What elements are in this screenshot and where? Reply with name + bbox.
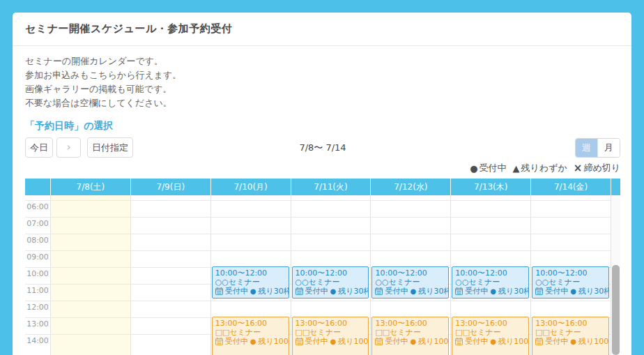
day-column-sat[interactable] <box>51 195 131 355</box>
calendar-toolbar: 今日 › 日付指定 7/8〜 7/14 週 月 <box>25 137 620 158</box>
event-status-line: 受付中 ● 残り100名 <box>296 337 367 346</box>
event-morning-seminar[interactable]: 10:00〜12:00 ○○セミナー 受付中 ● 残り30枠 <box>452 266 529 299</box>
event-afternoon-seminar[interactable]: 13:00〜16:00 □□セミナー 受付中 ● 残り100名 <box>371 317 449 355</box>
day-header-thu: 7/13(木) <box>451 179 531 195</box>
time-label: 09:00 <box>25 250 50 267</box>
status-dot-icon: ● <box>330 337 337 346</box>
header-scrollbar-gutter <box>611 179 620 195</box>
triangle-icon: ▲ <box>513 163 520 174</box>
event-time: 10:00〜12:00 <box>375 269 447 278</box>
time-label: 10:00 <box>25 267 50 284</box>
calendar-icon <box>215 287 223 295</box>
event-remaining: 残り100名 <box>258 337 289 346</box>
event-time: 13:00〜16:00 <box>215 319 287 328</box>
legend-closed-label: 締め切り <box>583 162 620 174</box>
date-range-label: 7/8〜 7/14 <box>25 142 620 154</box>
widget-title-bar: セミナー開催スケジュール・参加予約受付 <box>13 13 631 46</box>
event-title: □□セミナー <box>296 328 367 337</box>
event-time: 13:00〜16:00 <box>535 319 607 328</box>
event-remaining: 残り100名 <box>498 337 529 346</box>
legend-open: ● 受付中 <box>470 162 506 174</box>
event-status-line: 受付中 ● 残り30枠 <box>296 287 367 296</box>
booking-datetime-link[interactable]: 「予約日時」の選択 <box>25 120 620 133</box>
event-status: 受付中 <box>305 287 328 296</box>
event-status: 受付中 <box>465 287 488 296</box>
intro-line: セミナーの開催カレンダーです。 <box>25 54 620 68</box>
event-time: 13:00〜16:00 <box>375 319 447 328</box>
calendar-scrollbar-track[interactable] <box>611 195 620 355</box>
event-morning-seminar[interactable]: 10:00〜12:00 ○○セミナー 受付中 ● 残り30枠 <box>292 266 369 299</box>
calendar-icon <box>296 287 303 295</box>
calendar-body: 06:00 07:00 08:00 09:00 10:00 11:00 12:0… <box>25 195 620 355</box>
event-time: 13:00〜16:00 <box>296 319 367 328</box>
time-gutter: 06:00 07:00 08:00 09:00 10:00 11:00 12:0… <box>25 195 51 355</box>
day-column-mon[interactable]: 10:00〜12:00 ○○セミナー 受付中 ● 残り30枠 13:00〜16:… <box>211 195 291 355</box>
event-title: ○○セミナー <box>296 278 367 287</box>
page-background: セミナー開催スケジュール・参加予約受付 セミナーの開催カレンダーです。 参加お申… <box>0 0 644 355</box>
widget-content: セミナーの開催カレンダーです。 参加お申込みもこちらから行えます。 画像ギャラリ… <box>13 54 631 355</box>
day-header-fri: 7/14(金) <box>531 179 611 195</box>
intro-line: 参加お申込みもこちらから行えます。 <box>25 68 620 82</box>
time-label: 07:00 <box>25 217 50 234</box>
event-morning-seminar[interactable]: 10:00〜12:00 ○○セミナー 受付中 ● 残り30枠 <box>212 266 289 299</box>
intro-line: 画像ギャラリーの掲載も可能です。 <box>25 82 620 96</box>
event-title: ○○セミナー <box>455 278 527 287</box>
event-status-line: 受付中 ● 残り100名 <box>455 337 527 346</box>
legend-few-label: 残りわずか <box>521 162 567 174</box>
calendar-icon <box>535 287 543 295</box>
day-column-sun[interactable] <box>131 195 211 355</box>
status-dot-icon: ● <box>490 337 496 346</box>
event-remaining: 残り100名 <box>578 337 609 346</box>
calendar-icon <box>535 338 543 345</box>
time-label: 11:00 <box>25 284 50 301</box>
time-label: 14:00 <box>25 334 50 351</box>
calendar-icon <box>375 338 383 345</box>
calendar-scrollbar-thumb[interactable] <box>612 265 620 355</box>
intro-line: 不要な場合は空欄にしてください。 <box>25 96 620 110</box>
legend-closed: × 締め切り <box>574 162 620 174</box>
event-remaining: 残り30枠 <box>498 287 529 296</box>
event-time: 10:00〜12:00 <box>535 269 607 278</box>
event-remaining: 残り100名 <box>338 337 369 346</box>
event-remaining: 残り30枠 <box>418 287 449 296</box>
event-status: 受付中 <box>545 337 568 346</box>
calendar-icon <box>455 338 463 345</box>
event-status-line: 受付中 ● 残り100名 <box>375 337 447 346</box>
event-status: 受付中 <box>465 337 488 346</box>
status-dot-icon: ● <box>250 287 256 296</box>
calendar-icon <box>215 338 223 345</box>
day-column-tue[interactable]: 10:00〜12:00 ○○セミナー 受付中 ● 残り30枠 13:00〜16:… <box>291 195 371 355</box>
event-afternoon-seminar[interactable]: 13:00〜16:00 □□セミナー 受付中 ● 残り100名 <box>292 317 369 355</box>
event-afternoon-seminar[interactable]: 13:00〜16:00 □□セミナー 受付中 ● 残り100名 <box>452 317 529 355</box>
legend-few: ▲ 残りわずか <box>513 162 567 174</box>
day-header-sun: 7/9(日) <box>131 179 211 195</box>
event-status: 受付中 <box>385 337 408 346</box>
event-morning-seminar[interactable]: 10:00〜12:00 ○○セミナー 受付中 ● 残り30枠 <box>532 266 609 299</box>
day-column-fri[interactable]: 10:00〜12:00 ○○セミナー 受付中 ● 残り30枠 13:00〜16:… <box>531 195 611 355</box>
event-title: □□セミナー <box>535 328 607 337</box>
event-afternoon-seminar[interactable]: 13:00〜16:00 □□セミナー 受付中 ● 残り100名 <box>532 317 609 355</box>
event-time: 10:00〜12:00 <box>215 269 287 278</box>
day-header-mon: 7/10(月) <box>211 179 291 195</box>
event-title: □□セミナー <box>455 328 527 337</box>
day-column-thu[interactable]: 10:00〜12:00 ○○セミナー 受付中 ● 残り30枠 13:00〜16:… <box>451 195 531 355</box>
event-afternoon-seminar[interactable]: 13:00〜16:00 □□セミナー 受付中 ● 残り100名 <box>212 317 289 355</box>
event-status-line: 受付中 ● 残り100名 <box>215 337 287 346</box>
event-title: ○○セミナー <box>375 278 447 287</box>
day-header-tue: 7/11(火) <box>291 179 371 195</box>
legend-open-label: 受付中 <box>480 162 507 174</box>
event-status-line: 受付中 ● 残り100名 <box>535 337 607 346</box>
status-dot-icon: ● <box>570 287 576 296</box>
calendar-icon <box>375 287 383 295</box>
day-header-wed: 7/12(水) <box>371 179 451 195</box>
header-time-gutter <box>25 179 51 195</box>
event-status: 受付中 <box>225 287 248 296</box>
status-dot-icon: ● <box>410 337 416 346</box>
day-column-wed[interactable]: 10:00〜12:00 ○○セミナー 受付中 ● 残り30枠 13:00〜16:… <box>371 195 451 355</box>
event-title: □□セミナー <box>215 328 287 337</box>
calendar-header-row: 7/8(土) 7/9(日) 7/10(月) 7/11(火) 7/12(水) 7/… <box>25 179 620 195</box>
event-title: □□セミナー <box>375 328 447 337</box>
event-morning-seminar[interactable]: 10:00〜12:00 ○○セミナー 受付中 ● 残り30枠 <box>371 266 449 299</box>
event-remaining: 残り30枠 <box>338 287 369 296</box>
event-status-line: 受付中 ● 残り30枠 <box>375 287 447 296</box>
